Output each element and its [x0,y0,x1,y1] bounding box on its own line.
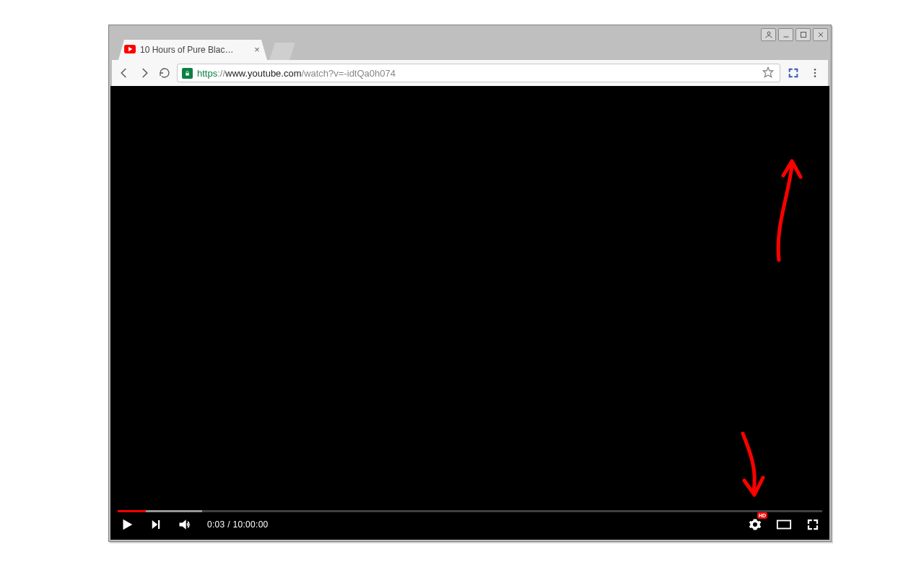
url-text: https://www.youtube.com/watch?v=-idtQa0h… [197,68,758,79]
annotation-arrow-top [757,155,808,264]
browser-toolbar: https://www.youtube.com/watch?v=-idtQa0h… [112,60,828,86]
svg-marker-15 [180,519,186,529]
svg-rect-14 [158,520,160,529]
address-bar[interactable]: https://www.youtube.com/watch?v=-idtQa0h… [177,64,780,82]
settings-button[interactable]: HD [746,515,764,534]
next-button[interactable] [147,515,165,534]
tab-strip: 10 Hours of Pure Blac… × [114,40,826,60]
forward-button[interactable] [136,65,152,81]
svg-rect-7 [186,73,189,75]
svg-point-0 [767,32,770,35]
page-viewport: 0:03 / 10:00:00 HD [110,86,829,540]
youtube-favicon-icon [124,45,136,56]
svg-marker-13 [152,520,158,529]
annotation-arrow-bottom [721,430,772,502]
bookmark-star-icon[interactable] [762,66,775,79]
close-tab-icon[interactable]: × [253,46,261,54]
fullscreen-extension-icon[interactable] [785,64,802,82]
fullscreen-button[interactable] [803,515,822,534]
svg-point-10 [814,72,816,74]
play-button[interactable] [118,515,136,534]
browser-window: 10 Hours of Pure Blac… × https://www.you… [108,25,832,542]
svg-point-9 [814,69,816,71]
reload-button[interactable] [157,65,173,81]
svg-rect-2 [801,33,806,38]
new-tab-button[interactable] [269,43,295,60]
lock-icon [182,68,193,79]
svg-marker-12 [123,519,133,530]
tab-active[interactable]: 10 Hours of Pure Blac… × [118,40,267,60]
time-display: 0:03 / 10:00:00 [207,519,269,530]
player-controls: 0:03 / 10:00:00 HD [118,512,822,537]
theater-mode-button[interactable] [775,515,793,534]
svg-marker-8 [763,67,772,77]
svg-point-11 [814,75,816,77]
svg-rect-16 [777,521,790,529]
hd-badge: HD [757,512,767,519]
back-button[interactable] [116,65,132,81]
volume-button[interactable] [175,515,194,534]
tab-title: 10 Hours of Pure Blac… [140,45,248,55]
menu-kebab-icon[interactable] [806,64,824,82]
